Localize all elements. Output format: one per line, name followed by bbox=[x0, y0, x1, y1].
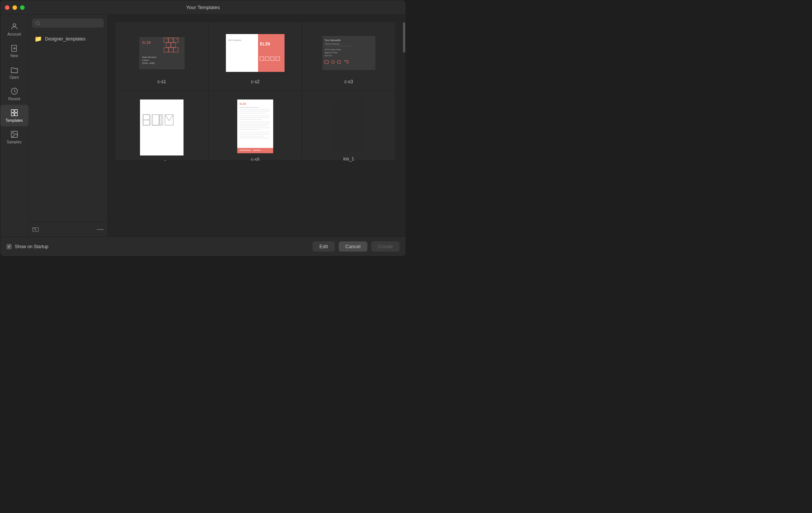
sidebar: Account New Open bbox=[0, 15, 28, 236]
minimize-button[interactable] bbox=[12, 5, 17, 10]
template-name-ios1: ios_1 bbox=[343, 156, 354, 162]
folder-icon bbox=[10, 65, 19, 74]
ios1-thumbnail bbox=[334, 99, 364, 152]
svg-rect-80 bbox=[253, 150, 261, 151]
sidebar-item-new[interactable]: New bbox=[0, 40, 28, 62]
sidebar-item-templates[interactable]: Templates bbox=[0, 105, 28, 126]
svg-text:Midpoint St Peter: Midpoint St Peter bbox=[325, 52, 338, 54]
templates-icon bbox=[10, 109, 19, 117]
template-thumb-cs3: Tom Meredith Head of Finances 20 Price O… bbox=[311, 31, 387, 75]
template-cell-cs4[interactable]: c-s4 bbox=[115, 91, 208, 160]
template-cell-cs5[interactable]: ELIN bbox=[209, 91, 302, 160]
new-icon bbox=[10, 44, 19, 52]
search-bar bbox=[28, 15, 107, 31]
sidebar-label-open: Open bbox=[9, 75, 19, 79]
svg-point-10 bbox=[12, 132, 14, 134]
edit-button[interactable]: Edit bbox=[313, 241, 334, 252]
template-thumb-cs5: ELIN bbox=[217, 99, 293, 153]
svg-rect-6 bbox=[14, 110, 17, 112]
sidebar-item-recent[interactable]: Recent bbox=[0, 83, 28, 105]
sidebar-item-account[interactable]: Account bbox=[0, 19, 28, 40]
cs1-thumbnail: ELIN bbox=[139, 37, 185, 69]
svg-rect-70 bbox=[240, 124, 270, 124]
sidebar-item-open[interactable]: Open bbox=[0, 62, 28, 83]
folder-list: 📁 Designer_templates bbox=[28, 31, 107, 221]
svg-point-11 bbox=[36, 21, 39, 24]
svg-rect-67 bbox=[240, 117, 270, 118]
svg-rect-69 bbox=[240, 122, 270, 123]
svg-rect-62 bbox=[240, 107, 258, 108]
svg-text:2019—2020: 2019—2020 bbox=[142, 62, 155, 64]
user-icon bbox=[10, 22, 19, 31]
sidebar-item-samples[interactable]: Samples bbox=[0, 126, 28, 148]
add-folder-button[interactable] bbox=[32, 226, 39, 233]
svg-text:Head of Finances: Head of Finances bbox=[325, 43, 340, 45]
svg-rect-8 bbox=[14, 113, 17, 116]
cancel-button[interactable]: Cancel bbox=[339, 241, 367, 252]
main-window: Your Templates Account New bbox=[0, 0, 406, 256]
bottom-buttons: Edit Cancel Create bbox=[313, 241, 400, 252]
remove-folder-button[interactable]: — bbox=[97, 225, 104, 233]
svg-rect-75 bbox=[240, 134, 270, 135]
template-cell-ios1[interactable]: ios_1 bbox=[302, 91, 395, 160]
show-on-startup-toggle[interactable]: ✓ Show on Startup bbox=[6, 244, 48, 249]
folder-emoji-icon: 📁 bbox=[34, 35, 42, 42]
svg-rect-63 bbox=[240, 109, 270, 110]
folder-item-designer[interactable]: 📁 Designer_templates bbox=[31, 33, 104, 45]
templates-grid: ELIN bbox=[108, 15, 403, 236]
sidebar-label-samples: Samples bbox=[7, 140, 22, 144]
template-name-cs3: c-s3 bbox=[344, 79, 353, 84]
show-startup-checkbox[interactable]: ✓ bbox=[6, 244, 12, 249]
sidebar-label-templates: Templates bbox=[6, 118, 23, 123]
search-icon bbox=[35, 20, 40, 26]
titlebar: Your Templates bbox=[0, 0, 406, 15]
svg-text:Lorem: Lorem bbox=[142, 59, 149, 61]
template-cell-cs1[interactable]: ELIN bbox=[115, 22, 208, 90]
template-thumb-cs1: ELIN bbox=[124, 31, 200, 75]
cs5-thumbnail: ELIN bbox=[237, 99, 273, 153]
cs3-thumbnail: Tom Meredith Head of Finances 20 Price O… bbox=[322, 36, 375, 70]
checkmark-icon: ✓ bbox=[8, 245, 11, 249]
template-cell-cs3[interactable]: Tom Meredith Head of Finances 20 Price O… bbox=[302, 22, 395, 90]
svg-rect-64 bbox=[240, 111, 270, 112]
svg-text:Tom Meredith: Tom Meredith bbox=[325, 39, 341, 42]
template-thumb-cs2: Add Complexity ELIN bbox=[217, 31, 293, 75]
left-panel-footer: — bbox=[28, 221, 107, 236]
svg-text:ELIN: ELIN bbox=[240, 103, 246, 106]
bottom-bar: ✓ Show on Startup Edit Cancel Create bbox=[0, 236, 406, 256]
svg-rect-74 bbox=[240, 132, 270, 133]
svg-rect-68 bbox=[240, 119, 262, 120]
svg-rect-73 bbox=[240, 129, 260, 130]
cs2-thumbnail: Add Complexity ELIN bbox=[226, 34, 285, 72]
window-controls bbox=[5, 5, 25, 10]
scrollbar[interactable] bbox=[403, 15, 406, 236]
scrollbar-thumb[interactable] bbox=[403, 22, 405, 53]
svg-rect-77 bbox=[240, 138, 270, 138]
create-button[interactable]: Create bbox=[371, 241, 400, 252]
svg-rect-71 bbox=[240, 126, 268, 126]
template-name-cs1: c-s1 bbox=[157, 79, 166, 84]
svg-rect-5 bbox=[11, 110, 14, 112]
svg-rect-7 bbox=[11, 113, 14, 116]
content-area: ELIN bbox=[108, 15, 403, 236]
search-input-wrap[interactable] bbox=[32, 19, 104, 28]
image-icon bbox=[10, 130, 19, 138]
maximize-button[interactable] bbox=[20, 5, 25, 10]
sidebar-label-new: New bbox=[10, 54, 18, 58]
svg-rect-72 bbox=[240, 127, 270, 128]
close-button[interactable] bbox=[5, 5, 9, 10]
main-layout: Account New Open bbox=[0, 15, 406, 236]
sidebar-label-recent: Recent bbox=[8, 97, 20, 101]
clock-icon bbox=[10, 87, 19, 95]
svg-text:ELIN: ELIN bbox=[142, 41, 151, 45]
template-thumb-cs4 bbox=[124, 99, 200, 155]
svg-rect-66 bbox=[240, 115, 270, 116]
template-cell-cs2[interactable]: Add Complexity ELIN c-s2 bbox=[209, 22, 302, 90]
svg-point-0 bbox=[13, 24, 16, 26]
search-input[interactable] bbox=[43, 20, 101, 26]
svg-text:Add Complexity: Add Complexity bbox=[228, 39, 242, 41]
show-on-startup-label: Show on Startup bbox=[15, 244, 48, 249]
svg-rect-76 bbox=[240, 136, 264, 137]
minus-icon: — bbox=[97, 225, 104, 233]
template-cell-empty1 bbox=[115, 161, 208, 229]
